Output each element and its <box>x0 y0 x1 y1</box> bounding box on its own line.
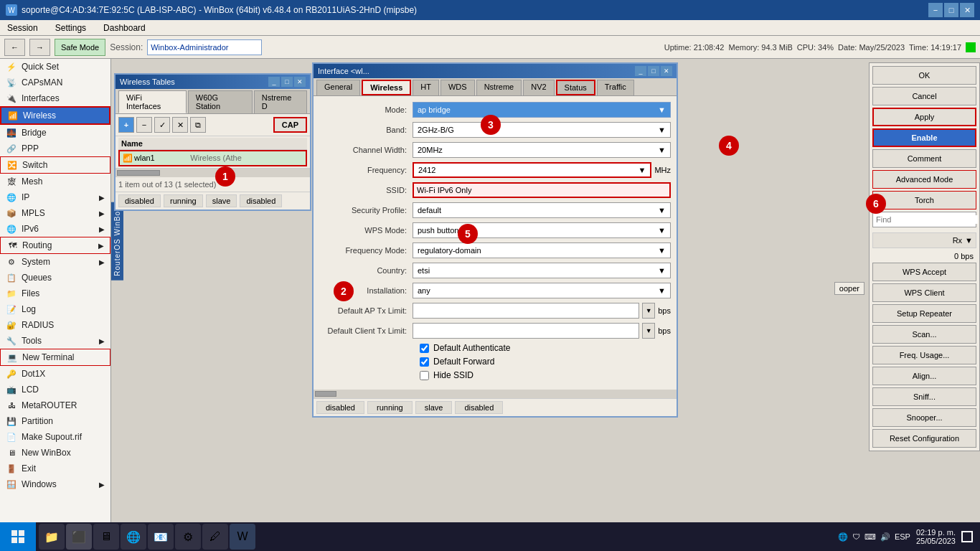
session-input[interactable] <box>147 39 262 55</box>
tab-w60g-station[interactable]: W60G Station <box>188 90 253 113</box>
wt-close[interactable]: ✕ <box>294 77 306 87</box>
taskbar-email[interactable]: 📧 <box>148 524 174 550</box>
reset-configuration-button[interactable]: Reset Configuration <box>872 429 976 448</box>
enable-button[interactable]: ✓ <box>154 117 170 133</box>
tab-nstreme-d[interactable]: Nstreme D <box>254 90 307 113</box>
country-select[interactable]: etsi ▼ <box>413 263 671 278</box>
sidebar-item-new-terminal[interactable]: 💻 New Terminal <box>0 349 110 366</box>
band-select[interactable]: 2GHz-B/G ▼ <box>413 122 671 138</box>
sidebar-item-files[interactable]: 📁 Files <box>0 286 110 301</box>
iface-close[interactable]: ✕ <box>661 66 672 76</box>
sidebar-item-radius[interactable]: 🔐 RADIUS <box>0 317 110 333</box>
table-row[interactable]: 📶 wlan1 Wireless (Athe <box>118 150 307 166</box>
wps-mode-select[interactable]: push button ▼ <box>413 222 671 238</box>
tab-general[interactable]: General <box>316 80 360 95</box>
taskbar-monitor[interactable]: 🖥 <box>93 524 119 550</box>
sidebar-item-dot1x[interactable]: 🔑 Dot1X <box>0 366 110 382</box>
default-client-tx-arrow[interactable]: ▼ <box>642 323 655 339</box>
sidebar-item-system[interactable]: ⚙ System ▶ <box>0 254 110 270</box>
start-button[interactable] <box>0 522 36 551</box>
tab-traffic[interactable]: Traffic <box>597 80 634 95</box>
cancel-button[interactable]: Cancel <box>872 87 976 105</box>
torch-button[interactable]: Torch <box>872 191 976 209</box>
back-button[interactable]: ← <box>4 39 25 56</box>
hide-ssid-checkbox[interactable] <box>420 371 429 380</box>
frequency-mode-select[interactable]: regulatory-domain ▼ <box>413 242 671 258</box>
taskbar-file-explorer[interactable]: 📁 <box>39 524 65 550</box>
sidebar-item-quickset[interactable]: ⚡ Quick Set <box>0 59 110 75</box>
sidebar-item-bridge[interactable]: 🌉 Bridge <box>0 125 110 141</box>
wt-maximize[interactable]: □ <box>281 77 293 87</box>
minimize-button[interactable]: − <box>928 3 943 17</box>
network-icon[interactable]: 🌐 <box>838 532 848 542</box>
menu-session[interactable]: Session <box>3 22 42 34</box>
rx-dropdown[interactable]: ▼ <box>965 236 973 245</box>
default-client-tx-input[interactable] <box>413 323 639 339</box>
sidebar-item-capsman[interactable]: 📡 CAPsMAN <box>0 75 110 90</box>
tab-wireless[interactable]: Wireless <box>362 80 411 95</box>
default-authenticate-checkbox[interactable] <box>420 344 429 353</box>
show-desktop-button[interactable] <box>961 531 973 542</box>
forward-button[interactable]: → <box>29 39 50 56</box>
sidebar-item-log[interactable]: 📝 Log <box>0 301 110 317</box>
disable-button[interactable]: ✕ <box>172 117 188 133</box>
sidebar-item-tools[interactable]: 🔧 Tools ▶ <box>0 333 110 349</box>
default-ap-tx-input[interactable] <box>413 303 639 319</box>
cap-button[interactable]: CAP <box>273 117 307 133</box>
frequency-select[interactable]: 2412 ▼ <box>413 162 651 178</box>
sidebar-item-exit[interactable]: 🚪 Exit <box>0 461 110 476</box>
menu-settings[interactable]: Settings <box>51 22 90 34</box>
taskbar-winbox[interactable]: W <box>230 524 255 550</box>
tab-status[interactable]: Status <box>556 80 595 95</box>
taskbar-terminal[interactable]: ⬛ <box>66 524 92 550</box>
enable-button[interactable]: Enable <box>872 128 976 147</box>
sidebar-item-metarouter[interactable]: 🖧 MetaROUTER <box>0 397 110 413</box>
wps-accept-button[interactable]: WPS Accept <box>872 263 976 281</box>
sidebar-item-windows[interactable]: 🪟 Windows ▶ <box>0 476 110 492</box>
installation-select[interactable]: any ▼ <box>413 283 671 298</box>
sidebar-item-ppp[interactable]: 🔗 PPP <box>0 141 110 156</box>
iface-scrollbar[interactable] <box>314 390 677 398</box>
sidebar-item-lcd[interactable]: 📺 LCD <box>0 382 110 397</box>
tab-wds[interactable]: WDS <box>440 80 475 95</box>
maximize-button[interactable]: □ <box>944 3 958 17</box>
sidebar-item-interfaces[interactable]: 🔌 Interfaces <box>0 90 110 106</box>
tab-ht[interactable]: HT <box>413 80 439 95</box>
default-forward-checkbox[interactable] <box>420 357 429 367</box>
freq-usage-button[interactable]: Freq. Usage... <box>872 346 976 364</box>
align-button[interactable]: Align... <box>872 367 976 385</box>
taskbar-edit[interactable]: 🖊 <box>202 524 228 550</box>
safe-mode-button[interactable]: Safe Mode <box>55 39 105 56</box>
sidebar-item-mpls[interactable]: 📦 MPLS ▶ <box>0 205 110 221</box>
setup-repeater-button[interactable]: Setup Repeater <box>872 304 976 323</box>
sidebar-item-make-supout[interactable]: 📄 Make Supout.rif <box>0 429 110 445</box>
comment-button[interactable]: Comment <box>872 149 976 168</box>
ssid-input[interactable] <box>413 182 671 198</box>
tab-wifi-interfaces[interactable]: WiFi Interfaces <box>118 90 187 113</box>
sidebar-item-switch[interactable]: 🔀 Switch <box>0 156 110 174</box>
wps-client-button[interactable]: WPS Client <box>872 283 976 302</box>
channel-width-select[interactable]: 20MHz ▼ <box>413 142 671 158</box>
snooper-button[interactable]: Snooper... <box>872 408 976 427</box>
security-icon[interactable]: 🛡 <box>852 532 860 541</box>
tab-nv2[interactable]: NV2 <box>523 80 554 95</box>
iface-minimize[interactable]: _ <box>635 66 646 76</box>
sidebar-item-queues[interactable]: 📋 Queues <box>0 270 110 286</box>
security-profile-select[interactable]: default ▼ <box>413 202 671 218</box>
sidebar-item-new-winbox[interactable]: 🖥 New WinBox <box>0 445 110 461</box>
copy-button[interactable]: ⧉ <box>190 117 206 133</box>
keyboard-icon[interactable]: ⌨ <box>864 532 876 542</box>
scan-button[interactable]: Scan... <box>872 325 976 344</box>
sidebar-item-wireless[interactable]: 📶 Wireless <box>0 106 110 125</box>
tab-nstreme[interactable]: Nstreme <box>476 80 522 95</box>
menu-dashboard[interactable]: Dashboard <box>99 22 150 34</box>
ok-button[interactable]: OK <box>872 66 976 85</box>
close-button[interactable]: ✕ <box>960 3 974 17</box>
sidebar-item-routing[interactable]: 🗺 Routing ▶ <box>0 237 110 254</box>
sidebar-item-ip[interactable]: 🌐 IP ▶ <box>0 189 110 205</box>
iface-maximize[interactable]: □ <box>648 66 659 76</box>
taskbar-settings[interactable]: ⚙ <box>175 524 201 550</box>
sidebar-item-ipv6[interactable]: 🌐 IPv6 ▶ <box>0 221 110 237</box>
default-ap-tx-arrow[interactable]: ▼ <box>642 303 655 319</box>
mode-select[interactable]: ap bridge ▼ <box>413 102 671 118</box>
